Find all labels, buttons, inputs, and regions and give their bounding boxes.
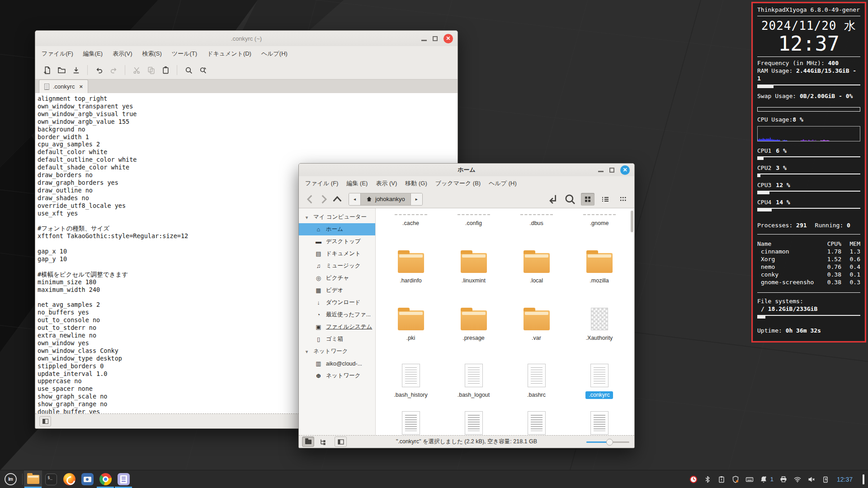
editor-titlebar[interactable]: .conkyrc (~) ✕ xyxy=(35,31,458,46)
taskbar-app-screenshot[interactable] xyxy=(78,470,96,488)
menu-item[interactable]: ブックマーク (B) xyxy=(435,179,481,188)
sidebar-item[interactable]: 最近使ったファ... xyxy=(299,309,375,321)
compact-view-button[interactable] xyxy=(616,193,630,206)
file-item[interactable]: .bash_logout xyxy=(442,343,505,400)
menu-item[interactable]: ドキュメント(D) xyxy=(207,50,251,58)
file-item[interactable]: .cache xyxy=(379,208,442,228)
menu-item[interactable]: ツール(T) xyxy=(172,50,197,58)
path-scroll-left-button[interactable]: ◂ xyxy=(349,193,360,205)
taskbar-app-chrome[interactable] xyxy=(96,470,114,488)
sidebar-item[interactable]: デスクトップ xyxy=(299,235,375,248)
sidebar-item[interactable]: ダウンロード xyxy=(299,296,375,309)
file-item[interactable]: .presage xyxy=(442,286,505,343)
file-item[interactable]: .Xauthority xyxy=(568,286,631,343)
notifications-bell-icon[interactable] xyxy=(760,475,768,483)
maximize-button[interactable] xyxy=(609,168,614,173)
file-item[interactable] xyxy=(442,400,505,435)
file-item[interactable] xyxy=(379,400,442,435)
timer-tray-icon[interactable] xyxy=(689,475,698,483)
path-scroll-right-button[interactable]: ▸ xyxy=(411,193,422,205)
save-button[interactable] xyxy=(69,63,83,77)
nemo-file-pane[interactable]: .cache.config.dbus.gnome.hardinfo.linuxm… xyxy=(376,208,634,435)
menu-item[interactable]: ファイル (F) xyxy=(305,179,338,188)
clipboard-icon[interactable] xyxy=(717,475,726,483)
show-desktop-button[interactable] xyxy=(863,474,864,484)
toggle-location-entry-button[interactable] xyxy=(546,193,559,206)
wifi-icon[interactable] xyxy=(793,475,802,483)
sidebar-item[interactable]: ゴミ箱 xyxy=(299,333,375,345)
side-panel-toggle-button[interactable] xyxy=(39,416,51,427)
cut-button[interactable] xyxy=(129,63,144,77)
slider-handle[interactable] xyxy=(606,439,613,446)
taskbar-app-firefox[interactable] xyxy=(60,470,78,488)
file-item[interactable]: .bash_history xyxy=(379,343,442,400)
up-button[interactable] xyxy=(330,193,344,206)
sidebar-item[interactable]: ネットワーク xyxy=(299,370,375,382)
tab-conkyrc[interactable]: .conkyrc × xyxy=(39,80,88,93)
menu-item[interactable]: 移動 (G) xyxy=(405,179,427,188)
zoom-slider[interactable] xyxy=(586,437,629,446)
sidebar-item[interactable]: マイ コンピューター xyxy=(299,211,375,223)
file-item[interactable]: .config xyxy=(442,208,505,228)
sidebar-item[interactable]: ピクチャ xyxy=(299,272,375,284)
keyboard-icon[interactable] xyxy=(745,475,754,483)
file-item[interactable]: .bashrc xyxy=(505,343,568,400)
file-item[interactable]: .linuxmint xyxy=(442,228,505,286)
back-button[interactable] xyxy=(303,193,317,206)
file-item[interactable]: .local xyxy=(505,228,568,286)
menu-item[interactable]: 表示 (V) xyxy=(376,179,397,188)
sidebar-item[interactable]: aiko@cloud-... xyxy=(299,357,375,370)
new-document-button[interactable] xyxy=(40,63,54,77)
sidebar-item[interactable]: ネットワーク xyxy=(299,345,375,357)
file-item[interactable]: .conkyrc xyxy=(568,343,631,400)
nemo-titlebar[interactable]: ホーム ✕ xyxy=(299,164,634,176)
menu-item[interactable]: 表示(V) xyxy=(113,50,132,58)
file-item[interactable]: .hardinfo xyxy=(379,228,442,286)
search-button[interactable] xyxy=(563,193,577,206)
taskbar-app-files[interactable] xyxy=(24,470,42,488)
vertical-scrollbar[interactable] xyxy=(631,211,633,232)
menu-item[interactable]: ヘルプ(H) xyxy=(261,50,288,58)
taskbar-app-editor[interactable] xyxy=(114,470,132,488)
sidebar-item[interactable]: ビデオ xyxy=(299,284,375,296)
printer-icon[interactable] xyxy=(779,475,788,483)
icon-view-button[interactable] xyxy=(581,193,594,206)
menu-item[interactable]: ヘルプ (H) xyxy=(489,179,517,188)
close-button[interactable]: ✕ xyxy=(620,165,630,175)
maximize-button[interactable] xyxy=(433,36,438,41)
file-item[interactable] xyxy=(568,400,631,435)
sidebar-item[interactable]: ドキュメント xyxy=(299,248,375,260)
treeview-toggle-button[interactable] xyxy=(316,436,329,447)
sidebar-toggle-button[interactable] xyxy=(335,436,347,447)
menu-item[interactable]: ファイル(F) xyxy=(42,50,73,58)
power-battery-icon[interactable] xyxy=(821,475,830,483)
path-segment-home[interactable]: johokankyo xyxy=(360,193,411,205)
places-toggle-button[interactable] xyxy=(302,436,314,447)
menu-button[interactable]: lm xyxy=(0,470,21,488)
copy-button[interactable] xyxy=(144,63,158,77)
taskbar-clock[interactable]: 12:37 xyxy=(837,476,853,483)
firewall-shield-icon[interactable] xyxy=(731,475,740,483)
file-item[interactable] xyxy=(505,400,568,435)
minimize-button[interactable] xyxy=(421,40,427,41)
redo-button[interactable] xyxy=(106,63,121,77)
sidebar-item[interactable]: ファイルシステム xyxy=(299,321,375,333)
close-button[interactable]: ✕ xyxy=(443,34,453,43)
file-item[interactable]: .dbus xyxy=(505,208,568,228)
search-button[interactable] xyxy=(181,63,196,77)
forward-button[interactable] xyxy=(317,193,330,206)
menu-item[interactable]: 編集 (E) xyxy=(346,179,368,188)
search-replace-button[interactable] xyxy=(196,63,210,77)
sidebar-item[interactable]: ミュージック xyxy=(299,260,375,272)
bluetooth-icon[interactable] xyxy=(703,475,712,483)
tab-close-icon[interactable]: × xyxy=(79,83,83,90)
list-view-button[interactable] xyxy=(599,193,612,206)
volume-muted-icon[interactable] xyxy=(807,475,816,483)
minimize-button[interactable] xyxy=(598,171,604,172)
undo-button[interactable] xyxy=(92,63,106,77)
file-item[interactable]: .mozilla xyxy=(568,228,631,286)
sidebar-item[interactable]: ホーム xyxy=(299,223,375,235)
menu-item[interactable]: 検索(S) xyxy=(142,50,162,58)
taskbar-app-terminal[interactable]: $_ xyxy=(42,470,60,488)
menu-item[interactable]: 編集(E) xyxy=(83,50,103,58)
